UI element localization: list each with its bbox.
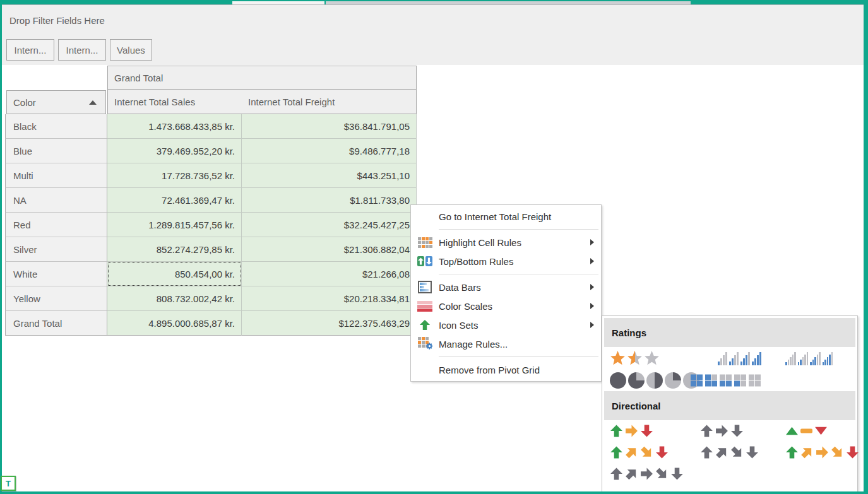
icon-set-3-stars[interactable] [610,351,660,366]
drop-filter-fields-label: Drop Filter Fields Here [9,15,105,26]
icon-set-5-arrows-gray[interactable] [610,468,684,481]
filter-fields-area[interactable]: Drop Filter Fields Here Intern... Intern… [2,5,864,65]
data-field-button-2[interactable]: Intern... [58,39,106,61]
values-field-button[interactable]: Values [110,39,152,61]
context-menu: Go to Internet Total Freight Highlight C… [410,204,602,382]
column-header-internet-total-freight[interactable]: Internet Total Freight [242,89,417,114]
icon-sets-gallery-popup: Ratings [602,315,858,492]
pivot-grid-app-window: Drop Filter Fields Here Intern... Intern… [0,0,868,494]
cell-blue-sales[interactable]: 379.469.952,20 kr. [107,139,242,163]
submenu-arrow-icon [590,284,594,290]
directional-section-header: Directional [604,391,855,420]
row-header-silver[interactable]: Silver [5,237,107,262]
cell-grand-total-freight[interactable]: $122.375.463,29 [242,311,417,336]
background-tab-strip-gray [326,1,691,4]
icon-set-4-ratings[interactable] [718,351,761,365]
cell-black-freight[interactable]: $36.841.791,05 [242,114,417,139]
menu-item-go-to-internet-total-freight[interactable]: Go to Internet Total Freight [411,207,601,226]
pie-half-icon [646,372,663,389]
pie-quarter-icon [665,372,681,389]
icon-set-5-arrows-colored[interactable] [785,446,859,459]
ratings-section-header: Ratings [604,318,855,347]
data-bars-icon [417,279,433,295]
window-frame-left [0,0,2,494]
cell-white-sales-focused[interactable]: 850.454,00 kr. [107,262,242,286]
data-field-button-1[interactable]: Intern... [6,39,54,61]
menu-separator [439,274,598,274]
icon-set-4-arrows-colored[interactable] [610,446,669,459]
logo-letter: T [6,479,11,488]
row-header-yellow[interactable]: Yellow [5,286,107,311]
cell-red-freight[interactable]: $32.245.427,25 [242,213,417,237]
cell-multi-sales[interactable]: 17.728.736,52 kr. [107,163,242,188]
cell-yellow-freight[interactable]: $20.218.334,81 [242,286,417,311]
background-tab-strip-light [232,1,324,4]
cell-silver-sales[interactable]: 852.274.279,85 kr. [107,237,242,262]
cell-grand-total-sales[interactable]: 4.895.000.685,87 kr. [107,311,242,336]
menu-item-icon-sets[interactable]: Icon Sets [411,315,601,334]
cell-multi-freight[interactable]: $443.251,10 [242,163,417,188]
menu-separator [439,229,598,230]
icon-set-3-triangles[interactable] [785,425,828,438]
color-scales-icon [417,298,433,314]
icon-set-3-arrows-colored[interactable] [610,425,653,438]
row-header-red[interactable]: Red [5,213,107,237]
icon-set-5-boxes[interactable] [691,375,761,387]
cell-white-freight[interactable]: $21.266,08 [242,262,417,286]
cell-blue-freight[interactable]: $9.486.777,18 [242,139,417,163]
window-frame-bottom [0,491,868,494]
cell-yellow-sales[interactable]: 808.732.002,42 kr. [107,286,242,311]
top-bottom-rules-icon [417,254,433,269]
menu-item-top-bottom-rules[interactable]: Top/Bottom Rules [411,252,601,271]
menu-item-data-bars[interactable]: Data Bars [411,278,601,297]
submenu-arrow-icon [590,322,594,328]
highlight-cell-rules-icon [417,235,433,250]
sort-ascending-icon [89,100,97,105]
icon-set-5-quarters[interactable] [610,372,699,389]
row-header-na[interactable]: NA [5,188,107,213]
window-frame-right [864,0,868,494]
pie-full-icon [610,372,626,389]
row-header-blue[interactable]: Blue [5,139,107,163]
submenu-arrow-icon [590,258,594,264]
row-field-label: Color [13,97,36,108]
row-header-grand-total[interactable]: Grand Total [5,311,107,336]
pie-three-quarter-icon [628,372,645,389]
column-header-internet-total-sales[interactable]: Internet Total Sales [107,89,242,114]
row-field-header-color[interactable]: Color [6,90,106,114]
cell-na-sales[interactable]: 72.461.369,47 kr. [107,188,242,213]
menu-item-remove-from-pivot-grid[interactable]: Remove from Pivot Grid [411,360,601,379]
row-header-multi[interactable]: Multi [5,163,107,188]
cell-black-sales[interactable]: 1.473.668.433,85 kr. [107,114,242,139]
row-header-black[interactable]: Black [5,114,107,139]
dash-icon [800,429,812,433]
menu-separator [439,356,598,357]
manage-rules-icon [417,336,433,351]
menu-item-color-scales[interactable]: Color Scales [411,297,601,315]
menu-item-manage-rules[interactable]: Manage Rules... [411,334,601,353]
column-header-grand-total[interactable]: Grand Total [107,66,417,90]
gear-icon [425,341,434,353]
cell-silver-freight[interactable]: $21.306.882,04 [242,237,417,262]
menu-item-highlight-cell-rules[interactable]: Highlight Cell Rules [411,233,601,252]
cell-na-freight[interactable]: $1.811.733,80 [242,188,417,213]
frame-underline [0,4,868,5]
icon-set-3-arrows-gray[interactable] [700,425,744,438]
icon-set-4-arrows-gray[interactable] [700,446,759,459]
submenu-arrow-icon [590,303,594,309]
row-header-white[interactable]: White [5,262,107,286]
icon-sets-icon [417,317,433,332]
submenu-arrow-icon [590,239,594,245]
screenshot-tool-logo: T [1,476,16,491]
cell-red-sales[interactable]: 1.289.815.457,56 kr. [107,213,242,237]
icon-set-5-ratings[interactable] [785,351,833,365]
